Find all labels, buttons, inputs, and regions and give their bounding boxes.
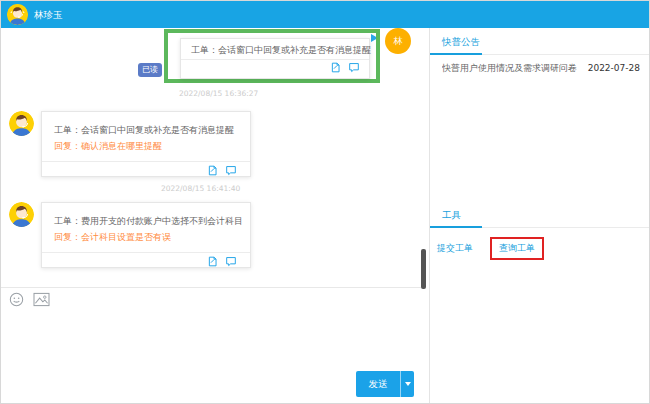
send-options-button[interactable]	[400, 371, 414, 397]
tab-active-underline	[430, 226, 482, 228]
tab-active-underline	[430, 53, 482, 55]
sidebar: 快普公告 快普用户使用情况及需求调研问卷 2022-07-28 工具 提交工单 …	[429, 28, 650, 404]
workorder-text: 工单：费用开支的付款账户中选择不到会计科目	[54, 213, 238, 229]
emoji-icon[interactable]	[9, 292, 24, 307]
chat-window: 林珍玉 工单：会话窗口中回复或补充是否有消息提醒 林 已读	[0, 0, 650, 404]
to-workorder-icon[interactable]	[207, 165, 218, 176]
announcement-date: 2022-07-28	[588, 63, 640, 73]
comment-icon[interactable]	[225, 165, 237, 176]
composer-toolbar	[9, 292, 50, 307]
reply-text: 回复：确认消息在哪里提醒	[54, 138, 238, 154]
submit-workorder-link[interactable]: 提交工单	[437, 243, 473, 253]
message-bubble-incoming: 工单：会话窗口中回复或补充是否有消息提醒 回复：确认消息在哪里提醒	[41, 111, 251, 177]
chat-panel: 工单：会话窗口中回复或补充是否有消息提醒 林 已读 2022/08/15 16:…	[1, 28, 429, 404]
query-workorder-link[interactable]: 查询工单	[499, 243, 535, 253]
announcements-tab-row: 快普公告	[430, 28, 650, 55]
tools-links: 提交工单 查询工单	[430, 228, 650, 269]
composer-divider	[1, 287, 421, 288]
reply-text: 回复：会计科目设置是否有误	[54, 229, 238, 245]
announcement-item[interactable]: 快普用户使用情况及需求调研问卷 2022-07-28	[430, 55, 650, 81]
red-highlight-box: 查询工单	[490, 237, 544, 260]
message-text: 工单：会话窗口中回复或补充是否有消息提醒	[191, 44, 359, 56]
read-status-badge: 已读	[138, 63, 162, 77]
message-input[interactable]	[1, 310, 421, 370]
tools-tab-row: 工具	[430, 201, 650, 228]
comment-icon[interactable]	[348, 62, 360, 73]
message-timestamp: 2022/08/15 16:36:27	[179, 89, 258, 98]
message-bubble-outgoing: 工单：会话窗口中回复或补充是否有消息提醒	[180, 38, 370, 79]
agent-name: 林珍玉	[34, 1, 63, 28]
title-bar: 林珍玉	[1, 1, 649, 28]
agent-avatar-icon	[9, 202, 34, 227]
image-icon[interactable]	[33, 292, 50, 307]
message-timestamp: 2022/08/15 16:41:40	[161, 184, 240, 193]
to-workorder-icon[interactable]	[207, 256, 218, 267]
chevron-down-icon	[405, 382, 411, 386]
send-button[interactable]: 发送	[356, 371, 400, 397]
comment-icon[interactable]	[225, 256, 237, 267]
message-bubble-incoming: 工单：费用开支的付款账户中选择不到会计科目 回复：会计科目设置是否有误	[41, 202, 251, 268]
tools-section: 工具 提交工单 查询工单	[430, 201, 650, 269]
tab-tools[interactable]: 工具	[442, 201, 461, 228]
workorder-text: 工单：会话窗口中回复或补充是否有消息提醒	[54, 122, 238, 138]
to-workorder-icon[interactable]	[330, 62, 341, 73]
agent-avatar-icon	[9, 111, 34, 136]
chat-scrollbar-thumb[interactable]	[421, 249, 426, 289]
announcement-title: 快普用户使用情况及需求调研问卷	[442, 62, 582, 75]
agent-avatar-icon	[7, 4, 28, 25]
customer-avatar: 林	[385, 28, 411, 54]
tab-announcements[interactable]: 快普公告	[442, 28, 480, 55]
send-button-group: 发送	[356, 371, 414, 397]
green-highlight-box: 工单：会话窗口中回复或补充是否有消息提醒	[164, 29, 380, 83]
